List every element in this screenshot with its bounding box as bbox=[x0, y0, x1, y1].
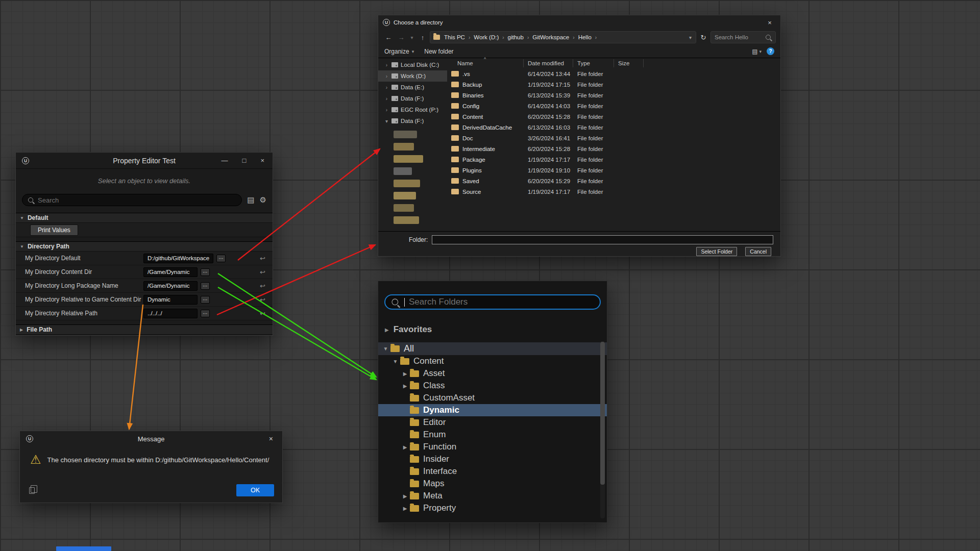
drive-item[interactable]: › Data (E:) bbox=[378, 82, 447, 93]
browse-button[interactable]: ⋯ bbox=[201, 296, 210, 304]
chevron-icon[interactable]: › bbox=[384, 107, 389, 113]
address-dropdown-icon[interactable]: ▾ bbox=[688, 35, 693, 40]
file-row[interactable]: Content 6/20/2024 15:28 File folder bbox=[447, 111, 780, 122]
chevron-icon[interactable]: › bbox=[384, 62, 389, 68]
property-value-box[interactable]: /Game/Dynamic bbox=[143, 281, 198, 291]
reset-to-default-button[interactable]: ↩ bbox=[260, 255, 265, 262]
folder-tree-item[interactable]: ▶ Class bbox=[378, 380, 607, 392]
browse-button[interactable]: ⋯ bbox=[201, 268, 210, 276]
view-options-button[interactable]: ▤ ▾ bbox=[752, 48, 762, 55]
organize-menu[interactable]: Organize ▾ bbox=[384, 48, 414, 55]
reset-to-default-button[interactable]: ↩ bbox=[260, 296, 265, 304]
file-row[interactable]: Backup 1/19/2024 17:15 File folder bbox=[447, 79, 780, 90]
file-row[interactable]: .vs 6/14/2024 13:44 File folder bbox=[447, 68, 780, 79]
search-input[interactable]: Search bbox=[22, 194, 242, 206]
expander-icon[interactable]: ▼ bbox=[382, 346, 389, 352]
display-options-icon[interactable]: ▤ bbox=[247, 195, 254, 205]
column-header-name[interactable]: Name ^ bbox=[447, 59, 524, 67]
section-header-default[interactable]: ▼ Default bbox=[16, 213, 273, 223]
drive-item[interactable]: › Data (F:) bbox=[378, 93, 447, 104]
folder-tree-item[interactable]: ▶ Meta bbox=[378, 490, 607, 502]
new-folder-button[interactable]: New folder bbox=[424, 48, 453, 55]
folder-name-input[interactable] bbox=[432, 235, 773, 244]
file-row[interactable]: Config 6/14/2024 14:03 File folder bbox=[447, 101, 780, 111]
close-button[interactable]: × bbox=[759, 15, 780, 30]
minimize-button[interactable]: — bbox=[222, 157, 228, 164]
expander-icon[interactable]: ▶ bbox=[402, 371, 408, 377]
expander-icon[interactable]: ▼ bbox=[392, 359, 399, 364]
section-header-directory-path[interactable]: ▼ Directory Path bbox=[16, 241, 273, 252]
print-values-button[interactable]: Print Values bbox=[30, 224, 78, 236]
chevron-icon[interactable]: › bbox=[384, 73, 389, 79]
folder-tree-item[interactable]: Maps bbox=[378, 478, 607, 490]
chevron-icon[interactable]: › bbox=[384, 96, 389, 102]
dialog-titlebar[interactable]: Message × bbox=[20, 431, 282, 446]
file-row[interactable]: DerivedDataCache 6/13/2024 16:03 File fo… bbox=[447, 122, 780, 133]
close-button[interactable]: × bbox=[260, 157, 264, 164]
select-folder-button[interactable]: Select Folder bbox=[696, 247, 737, 256]
section-header-file-path[interactable]: ▶ File Path bbox=[16, 324, 273, 335]
expander-icon[interactable]: ▶ bbox=[402, 383, 408, 389]
file-row[interactable]: Plugins 1/19/2024 19:10 File folder bbox=[447, 165, 780, 176]
drive-item[interactable]: › EGC Root (P:) bbox=[378, 104, 447, 115]
file-row[interactable]: Doc 3/26/2024 16:41 File folder bbox=[447, 133, 780, 143]
property-value-box[interactable]: ../../../ bbox=[143, 309, 198, 318]
reset-to-default-button[interactable]: ↩ bbox=[260, 310, 265, 317]
folder-tree-item[interactable]: ▶ Function bbox=[378, 441, 607, 453]
help-button[interactable]: ? bbox=[767, 47, 774, 55]
folder-tree-item[interactable]: Editor bbox=[378, 416, 607, 429]
expander-icon[interactable]: ▶ bbox=[402, 493, 408, 499]
breadcrumb-item[interactable]: Hello › bbox=[576, 34, 599, 40]
browse-button[interactable]: ⋯ bbox=[201, 282, 210, 290]
column-header-type[interactable]: Type bbox=[573, 59, 614, 67]
gear-icon[interactable]: ⚙ bbox=[260, 195, 266, 205]
search-box[interactable]: Search Hello bbox=[710, 31, 776, 43]
expander-icon[interactable]: ▶ bbox=[402, 444, 408, 450]
drive-item[interactable]: › Work (D:) bbox=[378, 70, 447, 82]
folder-tree-item[interactable]: Enum bbox=[378, 429, 607, 441]
folder-tree-item[interactable]: ▶ Property bbox=[378, 502, 607, 514]
breadcrumb-item[interactable]: GitWorkspace › bbox=[530, 34, 576, 40]
maximize-button[interactable]: □ bbox=[242, 157, 247, 164]
folder-tree-item[interactable]: ▼ All bbox=[378, 342, 607, 355]
forward-button[interactable]: → bbox=[396, 32, 407, 43]
folder-tree-item[interactable]: Insider bbox=[378, 453, 607, 465]
property-value-box[interactable]: /Game/Dynamic bbox=[143, 267, 198, 277]
breadcrumb-item[interactable]: Work (D:) › bbox=[472, 34, 505, 40]
reset-to-default-button[interactable]: ↩ bbox=[260, 268, 265, 276]
file-row[interactable]: Binaries 6/13/2024 15:39 File folder bbox=[447, 90, 780, 101]
folder-tree-item[interactable]: ▶ Asset bbox=[378, 367, 607, 380]
folder-tree-item[interactable]: Interface bbox=[378, 465, 607, 478]
folder-tree-item[interactable]: CustomAsset bbox=[378, 392, 607, 404]
breadcrumb-item[interactable]: This PC › bbox=[442, 34, 472, 40]
copy-to-clipboard-icon[interactable] bbox=[29, 487, 35, 494]
up-button[interactable]: ↑ bbox=[417, 32, 428, 43]
expander-icon[interactable]: ▶ bbox=[402, 506, 408, 511]
drive-item[interactable]: › Local Disk (C:) bbox=[378, 59, 447, 70]
reset-to-default-button[interactable]: ↩ bbox=[260, 282, 265, 290]
recent-locations-button[interactable]: ▾ bbox=[408, 32, 415, 43]
column-header-date[interactable]: Date modified bbox=[524, 59, 573, 67]
folder-tree-item[interactable]: ▼ Content bbox=[378, 355, 607, 367]
chevron-icon[interactable]: ▾ bbox=[384, 118, 389, 124]
address-bar[interactable]: This PC › Work (D:) › github › GitWorksp… bbox=[430, 31, 696, 43]
ok-button[interactable]: OK bbox=[236, 484, 274, 496]
property-value-box[interactable]: Dynamic bbox=[143, 295, 198, 305]
folder-tree-item[interactable]: Dynamic bbox=[378, 404, 607, 416]
window-titlebar[interactable]: Property Editor Test — □ × bbox=[16, 153, 273, 169]
dialog-titlebar[interactable]: Choose a directory × bbox=[378, 15, 780, 30]
expander-right-icon[interactable]: ▶ bbox=[385, 327, 389, 333]
refresh-button[interactable]: ↻ bbox=[698, 32, 709, 43]
drive-item[interactable]: ▾ Data (F:) bbox=[378, 115, 447, 127]
file-row[interactable]: Intermediate 6/20/2024 15:28 File folder bbox=[447, 143, 780, 154]
close-button[interactable]: × bbox=[266, 435, 276, 443]
scrollbar-thumb[interactable] bbox=[600, 342, 605, 485]
browse-button[interactable]: ⋯ bbox=[201, 310, 210, 317]
column-header-size[interactable]: Size bbox=[614, 59, 644, 67]
file-row[interactable]: Package 1/19/2024 17:17 File folder bbox=[447, 154, 780, 165]
property-value-box[interactable]: D:/github/GitWorkspace bbox=[143, 254, 213, 263]
favorites-section[interactable]: ▶ Favorites bbox=[378, 323, 607, 336]
breadcrumb-item[interactable]: github › bbox=[506, 34, 531, 40]
browse-button[interactable]: ⋯ bbox=[216, 255, 226, 262]
chevron-icon[interactable]: › bbox=[384, 85, 389, 90]
